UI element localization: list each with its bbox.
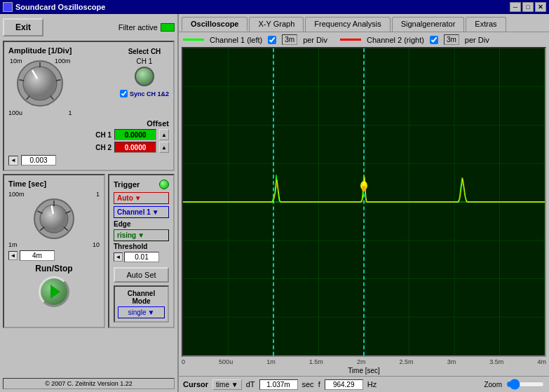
tab-xy-graph[interactable]: X-Y Graph [249, 17, 304, 32]
amplitude-section: Amplitude [1/Div] 10m 100m [3, 41, 175, 171]
x-label-1p5m: 1.5m [309, 358, 323, 365]
hz-label: Hz [367, 380, 377, 388]
x-label-3p5m: 3.5m [489, 358, 503, 365]
ch1-color-indicator [183, 39, 204, 41]
dt-label: dT [246, 380, 255, 388]
time-label-bl: 1m [8, 241, 18, 248]
oscilloscope-svg [183, 48, 545, 356]
ch1-label: CH 1 [120, 58, 169, 65]
tab-frequency-analysis[interactable]: Frequency Analysis [305, 17, 390, 32]
minimize-button[interactable]: ─ [510, 2, 521, 12]
amp-spinner[interactable]: ◄ [8, 156, 18, 165]
x-label-3m: 3m [447, 358, 456, 365]
filter-active-section: Filter active [118, 23, 175, 32]
cursor-label: Cursor [183, 380, 208, 388]
top-controls: Exit Filter active [3, 17, 175, 38]
svg-line-15 [52, 206, 53, 213]
svg-point-1 [23, 67, 57, 100]
x-label-4m: 4m [537, 358, 546, 365]
threshold-spinner[interactable]: ◄ [114, 252, 123, 262]
ch1-offset-spinner[interactable]: ▲ [159, 129, 169, 140]
amp-label-br: 1 [68, 109, 72, 116]
maximize-button[interactable]: □ [522, 2, 534, 12]
time-spinner[interactable]: ◄ [8, 251, 18, 260]
ch2-offset-input[interactable]: 0.0000 [114, 142, 156, 153]
trigger-channel-button[interactable]: Channel 1 ▼ [114, 206, 169, 218]
play-icon [50, 285, 60, 299]
f-label: f [318, 380, 320, 388]
x-label-2p5m: 2.5m [400, 358, 414, 365]
tab-extras[interactable]: Extras [466, 17, 506, 32]
time-knob[interactable] [33, 198, 75, 240]
copyright-info: © 2007 C. Zeitnitz Version 1.22 [3, 378, 175, 389]
exit-button[interactable]: Exit [3, 18, 43, 36]
svg-point-9 [40, 205, 68, 233]
x-label-500u: 500u [219, 358, 233, 365]
trigger-rising-button[interactable]: rising ▼ [114, 229, 169, 241]
x-label-1m: 1m [266, 358, 276, 365]
x-axis-title: Time [sec] [179, 367, 549, 376]
ch2-offset-label: CH 2 [95, 144, 111, 151]
close-button[interactable]: ✕ [535, 2, 546, 12]
filter-led [161, 23, 175, 32]
cursor-type-dropdown[interactable]: time ▼ [212, 379, 242, 390]
dt-value: 1.037m [259, 379, 298, 390]
title-bar-buttons: ─ □ ✕ [510, 2, 546, 12]
offset-title: Offset [8, 119, 169, 128]
ch1-offset-input[interactable]: 0.0000 [114, 129, 156, 140]
ch2-offset-spinner[interactable]: ▲ [159, 142, 169, 153]
trigger-channel-row: Channel 1 ▼ [114, 206, 169, 218]
bottom-controls: Cursor time ▼ dT 1.037m sec f 964.29 Hz … [179, 376, 549, 392]
time-label-br: 10 [93, 241, 100, 248]
f-value: 964.29 [325, 379, 363, 390]
ch2-color-indicator [340, 39, 361, 41]
time-value-row: ◄ 4m [8, 250, 100, 261]
title-bar-left: Soundcard Oszilloscope [3, 2, 105, 12]
ch1-per-div-value: 3m [282, 34, 297, 45]
oscilloscope-display [182, 47, 546, 357]
trigger-auto-row: Auto ▼ [114, 192, 169, 204]
main-content: Exit Filter active Amplitude [1/Div] 10m… [0, 14, 549, 392]
amp-value-row: ◄ 0.003 [8, 155, 169, 165]
right-panel: Oscilloscope X-Y Graph Frequency Analysi… [179, 14, 549, 392]
threshold-label: Threshold [114, 243, 169, 250]
sync-label: Sync CH 1&2 [130, 90, 169, 97]
channel-controls-bar: Channel 1 (left) 3m per Div Channel 2 (r… [179, 32, 549, 47]
amplitude-title: Amplitude [1/Div] [8, 46, 72, 55]
ch2-per-div-value: 3m [444, 34, 459, 45]
trigger-auto-button[interactable]: Auto ▼ [114, 192, 169, 204]
edge-label: Edge [114, 220, 169, 228]
trigger-led [159, 180, 169, 189]
tab-oscilloscope[interactable]: Oscilloscope [182, 17, 248, 32]
ch2-offset-row: CH 2 0.0000 ▲ [8, 142, 169, 153]
amplitude-knob[interactable] [15, 59, 65, 108]
select-ch-label: Select CH [120, 48, 169, 55]
offset-section: Offset CH 1 0.0000 ▲ CH 2 0.0000 ▲ [8, 119, 169, 153]
auto-set-button[interactable]: Auto Set [114, 267, 169, 283]
amp-label-tr: 100m [55, 58, 71, 65]
sync-checkbox[interactable] [120, 90, 128, 97]
trigger-title: Trigger [114, 180, 140, 189]
ch2-visible-checkbox[interactable] [430, 36, 438, 44]
time-title: Time [sec] [8, 180, 100, 188]
sec-label: sec [302, 380, 314, 388]
time-section: Time [sec] 100m 1 [3, 174, 105, 328]
trigger-edge-section: Edge rising ▼ [114, 220, 169, 241]
trigger-section: Trigger Auto ▼ Channel 1 ▼ Edg [108, 174, 175, 328]
time-trigger-row: Time [sec] 100m 1 [3, 174, 175, 328]
ch1-channel-label: Channel 1 (left) [210, 36, 262, 44]
ch1-select-knob[interactable] [135, 67, 154, 86]
svg-point-37 [362, 186, 366, 191]
play-stop-button[interactable] [39, 276, 69, 307]
sync-checkbox-row: Sync CH 1&2 [120, 90, 169, 97]
tab-signal-generator[interactable]: Signalgenerator [392, 17, 465, 32]
channel-mode-dropdown[interactable]: single ▼ [118, 306, 165, 318]
zoom-slider[interactable] [506, 379, 545, 390]
title-bar: Soundcard Oszilloscope ─ □ ✕ [0, 0, 549, 14]
x-axis-labels: 0 500u 1m 1.5m 2m 2.5m 3m 3.5m 4m [179, 357, 549, 367]
ch1-visible-checkbox[interactable] [268, 36, 276, 44]
zoom-label: Zoom [484, 381, 502, 388]
ch2-per-div-unit: per Div [465, 36, 489, 44]
app-icon [3, 2, 13, 12]
amp-label-tl: 10m [10, 58, 22, 65]
